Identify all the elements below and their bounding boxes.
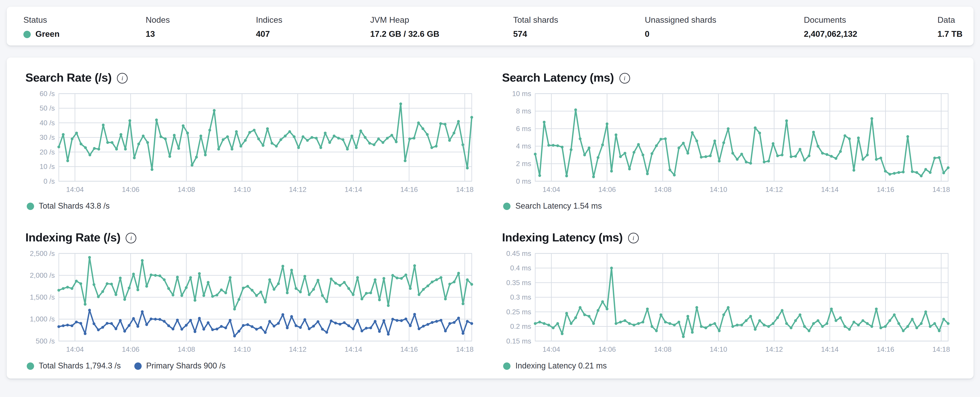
x-axis-tick-label: 14:16 <box>400 185 418 193</box>
x-axis-tick-label: 14:08 <box>178 345 195 353</box>
stat-value-row: 2,407,062,132 <box>804 29 857 40</box>
stat-label: Indices <box>256 15 282 26</box>
y-axis-tick-label: 60 /s <box>40 90 55 98</box>
stat-value: 574 <box>513 29 527 40</box>
x-axis-tick-label: 14:04 <box>543 345 560 353</box>
legend-dot-icon <box>27 202 34 210</box>
stat-value-row: 17.2 GB / 32.6 GB <box>370 29 439 40</box>
x-axis-tick-label: 14:18 <box>932 345 950 353</box>
y-axis-tick-label: 6 ms <box>516 124 531 132</box>
y-axis-tick-label: 20 /s <box>40 148 55 156</box>
chart-title: Search Rate (/s) <box>25 71 111 85</box>
info-icon[interactable]: i <box>619 73 630 84</box>
info-icon[interactable]: i <box>117 73 127 84</box>
legend-item-indexing-latency[interactable]: Indexing Latency 0.21 ms <box>503 361 607 370</box>
monitoring-dashboard: Status Green Nodes 13 Indices 407 JVM He… <box>0 0 980 397</box>
x-axis-tick-label: 14:12 <box>289 345 307 353</box>
y-axis-tick-label: 4 ms <box>516 142 531 150</box>
cluster-stats-panel: Status Green Nodes 13 Indices 407 JVM He… <box>7 7 973 45</box>
stat-value-row: 407 <box>256 29 282 40</box>
stat-documents: Documents 2,407,062,132 <box>804 15 857 40</box>
legend-dot-icon <box>27 362 34 370</box>
x-axis-tick-label: 14:10 <box>233 185 251 193</box>
y-axis-tick-label: 0.15 ms <box>506 337 531 345</box>
chart-title: Search Latency (ms) <box>502 71 614 85</box>
legend-item-total-shards[interactable]: Total Shards 1,794.3 /s <box>27 361 121 370</box>
series-line <box>535 110 948 177</box>
stat-data: Data 1.7 TB <box>937 15 963 40</box>
y-axis-tick-label: 0 ms <box>516 177 531 185</box>
legend-label: Indexing Latency 0.21 ms <box>515 361 607 370</box>
legend-item-total-shards[interactable]: Total Shards 43.8 /s <box>27 201 110 210</box>
search-rate-chart[interactable]: 0 /s10 /s20 /s30 /s40 /s50 /s60 /s14:041… <box>25 90 478 197</box>
x-axis-tick-label: 14:06 <box>598 345 616 353</box>
stat-label: Nodes <box>146 15 170 26</box>
x-axis-tick-label: 14:18 <box>456 185 474 193</box>
stat-total-shards: Total shards 574 <box>513 15 558 40</box>
x-axis-tick-label: 14:16 <box>400 345 418 353</box>
stat-value: 1.7 TB <box>937 29 963 40</box>
y-axis-tick-label: 2 ms <box>516 159 531 167</box>
legend-item-primary-shards[interactable]: Primary Shards 900 /s <box>134 361 225 370</box>
y-axis-tick-label: 0.45 ms <box>506 250 531 257</box>
x-axis-tick-label: 14:14 <box>345 345 362 353</box>
y-axis-tick-label: 40 /s <box>40 119 55 127</box>
x-axis-tick-label: 14:10 <box>710 185 727 193</box>
x-axis-tick-label: 14:08 <box>178 185 195 193</box>
y-axis-tick-label: 0.3 ms <box>511 293 531 301</box>
x-axis-tick-label: 14:18 <box>456 345 474 353</box>
y-axis-tick-label: 30 /s <box>40 133 55 141</box>
y-axis-tick-label: 500 /s <box>36 337 55 345</box>
x-axis-tick-label: 14:06 <box>122 345 139 353</box>
stat-value: 0 <box>645 29 649 40</box>
stat-value-row: 13 <box>146 29 170 40</box>
legend-item-search-latency[interactable]: Search Latency 1.54 ms <box>503 201 602 210</box>
legend-dot-icon <box>134 362 142 370</box>
stat-label: Data <box>937 15 963 26</box>
x-axis-tick-label: 14:14 <box>821 185 839 193</box>
x-axis-tick-label: 14:04 <box>66 185 84 193</box>
y-axis-tick-label: 2,000 /s <box>30 271 55 279</box>
x-axis-tick-label: 14:06 <box>598 185 616 193</box>
y-axis-tick-label: 0 /s <box>43 177 55 185</box>
stat-value: Green <box>35 29 59 40</box>
y-axis-tick-label: 2,500 /s <box>30 250 55 257</box>
legend-row: Total Shards 43.8 /s <box>27 201 478 210</box>
status-dot-icon <box>23 31 31 38</box>
indexing-rate-chart[interactable]: 500 /s1,000 /s1,500 /s2,000 /s2,500 /s14… <box>25 250 478 357</box>
chart-title-row: Indexing Rate (/s) i <box>25 231 478 245</box>
x-axis-tick-label: 14:08 <box>654 185 672 193</box>
chart-title: Indexing Rate (/s) <box>25 231 121 245</box>
indexing-latency-panel: Indexing Latency (ms) i 0.15 ms0.2 ms0.2… <box>502 228 955 370</box>
y-axis-tick-label: 0.2 ms <box>511 322 531 330</box>
search-rate-panel: Search Rate (/s) i 0 /s10 /s20 /s30 /s40… <box>25 68 478 210</box>
legend-dot-icon <box>503 362 511 370</box>
stat-value-row: 1.7 TB <box>937 29 963 40</box>
indexing-latency-chart[interactable]: 0.15 ms0.2 ms0.25 ms0.3 ms0.35 ms0.4 ms0… <box>502 250 955 357</box>
info-icon[interactable]: i <box>628 233 639 244</box>
search-latency-panel: Search Latency (ms) i 0 ms2 ms4 ms6 ms8 … <box>502 68 955 210</box>
y-axis-tick-label: 10 ms <box>512 90 531 98</box>
info-icon[interactable]: i <box>126 233 137 244</box>
x-axis-tick-label: 14:14 <box>345 185 362 193</box>
stat-label: JVM Heap <box>370 15 439 26</box>
stat-indices: Indices 407 <box>256 15 282 40</box>
x-axis-tick-label: 14:16 <box>877 345 894 353</box>
x-axis-tick-label: 14:06 <box>122 185 139 193</box>
stat-value: 17.2 GB / 32.6 GB <box>370 29 439 40</box>
chart-title: Indexing Latency (ms) <box>502 231 623 245</box>
y-axis-tick-label: 0.4 ms <box>511 264 531 272</box>
legend-label: Search Latency 1.54 ms <box>515 201 602 210</box>
y-axis-tick-label: 1,500 /s <box>30 293 55 301</box>
legend-label: Total Shards 1,794.3 /s <box>39 361 121 370</box>
stat-label: Total shards <box>513 15 558 26</box>
x-axis-tick-label: 14:16 <box>877 185 894 193</box>
stat-label: Unassigned shards <box>645 15 716 26</box>
search-latency-chart[interactable]: 0 ms2 ms4 ms6 ms8 ms10 ms14:0414:0614:08… <box>502 90 955 197</box>
x-axis-tick-label: 14:12 <box>289 185 307 193</box>
series-line <box>59 104 472 170</box>
chart-title-row: Search Latency (ms) i <box>502 71 955 85</box>
stat-value: 13 <box>146 29 155 40</box>
legend-row: Search Latency 1.54 ms <box>503 201 955 210</box>
y-axis-tick-label: 0.35 ms <box>506 279 531 287</box>
